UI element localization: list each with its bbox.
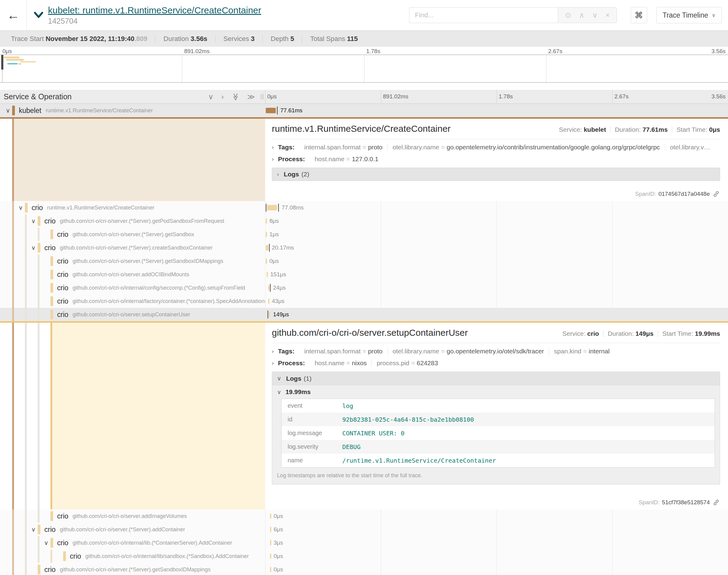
link-icon[interactable] [713,191,720,197]
span-bar[interactable] [267,205,277,210]
span-row-crio-createcontainer[interactable]: ∨ crio runtime.v1.RuntimeService/CreateC… [0,201,728,214]
service-name: crio [44,244,56,252]
span-timeline-cell[interactable]: 151μs [265,268,728,281]
span-bar[interactable] [270,553,271,559]
span-timeline-cell[interactable]: 149μs [265,308,728,321]
tags-row[interactable]: › Tags: internal.span.format=proto otel.… [272,348,720,355]
span-row-addimagevolumes[interactable]: crio github.com/cri-o/cri-o/server.addIm… [0,509,728,523]
tags-row[interactable]: › Tags: internal.span.format=proto otel.… [272,144,720,151]
span-row-addcontainer[interactable]: ∨ crio github.com/cri-o/cri-o/server.(*S… [0,523,728,536]
span-bar[interactable] [270,567,271,572]
process-row[interactable]: › Process: host.name=127.0.0.1 [272,156,720,163]
span-timeline-cell[interactable]: 0μs [265,509,728,523]
service-color-bar [38,216,40,226]
log-entry-expander[interactable]: ∨ 19.99ms [272,385,720,399]
detail-span-title: runtime.v1.RuntimeService/CreateContaine… [272,124,451,134]
span-row-getsandboxidmappings[interactable]: crio github.com/cri-o/cri-o/server.(*Ser… [0,255,728,268]
expand-one-icon[interactable]: › [222,93,224,101]
span-row-createsandboxcontainer[interactable]: ∨ crio github.com/cri-o/cri-o/server.(*S… [0,241,728,255]
span-bar[interactable] [269,312,270,317]
service-color-bar [51,511,53,521]
minimap-span-bar [6,59,24,61]
chevron-down-icon[interactable]: ∨ [29,244,38,251]
span-bar[interactable] [266,258,267,264]
collapse-all-icon[interactable]: ≫ [231,93,240,100]
span-duration: 77.08ms [282,204,304,211]
logs-expander[interactable]: › Logs (2) [272,168,720,181]
process-row[interactable]: › Process: host.name=nixos process.pid=6… [272,360,720,367]
span-tick [270,284,271,292]
span-bar[interactable] [266,245,268,250]
span-row-getsandboxidmappings-2[interactable]: crio github.com/cri-o/cri-o/server.(*Ser… [0,563,728,575]
span-row-specaddannotations[interactable]: crio github.com/cri-o/cri-o/internal/fac… [0,295,728,308]
service-name: crio [70,552,81,561]
column-resizer[interactable] [261,94,263,100]
locate-icon[interactable]: ⊙ [565,11,571,20]
process-tag: process.pid=624283 [372,360,443,367]
span-bar[interactable] [266,218,267,224]
span-bar[interactable] [266,232,267,237]
span-bar[interactable] [268,285,269,291]
span-bar[interactable] [267,272,268,277]
find-input[interactable] [409,7,558,23]
link-icon[interactable] [713,499,720,506]
span-timeline-cell[interactable]: 6μs [265,523,728,536]
chevron-down-icon[interactable]: ∨ [29,217,38,225]
span-bar[interactable] [270,540,271,546]
span-row-seccomp-setupfromfield[interactable]: crio github.com/cri-o/cri-o/internal/con… [0,281,728,295]
span-duration: 20.17ms [272,244,294,251]
trace-minimap[interactable] [0,55,728,82]
span-bar[interactable] [266,108,276,113]
span-timeline-cell[interactable]: 77.08ms [265,201,728,214]
service-name: crio [44,217,56,225]
span-row-addocibindmounts[interactable]: crio github.com/cri-o/cri-o/server.addOC… [0,268,728,281]
span-row-kubelet-createcontainer[interactable]: ∨ kubelet runtime.v1.RuntimeService/Crea… [0,104,728,117]
span-row-lib-addcontainer[interactable]: ∨ crio github.com/cri-o/cri-o/internal/l… [0,536,728,549]
chevron-down-icon[interactable]: ∨ [16,204,25,211]
next-result-icon[interactable]: ∨ [592,11,598,20]
span-timeline-cell[interactable]: 43μs [265,295,728,308]
span-timeline-cell[interactable]: 77.61ms [265,104,728,117]
span-bar[interactable] [268,298,269,304]
span-timeline-cell[interactable]: 0μs [265,255,728,268]
trace-id: 1425704 [48,17,261,26]
span-row-sandbox-addcontainer[interactable]: crio github.com/cri-o/cri-o/internal/lib… [0,549,728,563]
span-timeline-cell[interactable]: 1μs [265,228,728,241]
back-button[interactable]: ← [0,0,27,30]
service-color-bar [63,551,66,561]
span-duration: 1μs [269,231,279,238]
span-row-getpodsandboxfromrequest[interactable]: ∨ crio github.com/cri-o/cri-o/server.(*S… [0,214,728,228]
operation-name: github.com/cri-o/cri-o/internal/lib.(*Co… [73,540,232,546]
prev-result-icon[interactable]: ∧ [579,11,584,20]
service-name: crio [57,311,68,319]
span-timeline-cell[interactable]: 24μs [265,281,728,295]
detail-start-time: Start Time: 0μs [672,126,720,133]
span-timeline-cell[interactable]: 3μs [265,536,728,549]
trace-title-link[interactable]: kubelet: runtime.v1.RuntimeService/Creat… [48,5,261,15]
span-detail-panel-setupcontaineruser: github.com/cri-o/cri-o/server.setupConta… [0,321,728,509]
chevron-down-icon[interactable]: ∨ [4,107,12,114]
collapse-one-icon[interactable]: ∨ [208,93,213,101]
span-bar[interactable] [270,513,271,519]
span-bar[interactable] [270,527,271,532]
span-timeline-cell[interactable]: 0μs [265,563,728,575]
span-timeline-cell[interactable]: 20.17ms [265,241,728,255]
span-timeline-cell[interactable]: 8μs [265,214,728,228]
keyboard-shortcuts-button[interactable]: ⌘ [631,7,647,23]
service-color-bar [51,538,53,548]
chevron-down-icon[interactable]: ∨ [29,526,38,533]
view-selector-button[interactable]: Trace Timeline ∨ [656,7,722,23]
collapse-trace-header-button[interactable] [33,11,44,19]
minimap-gridline [182,55,182,82]
minimap-drag-handle[interactable] [1,55,3,70]
service-color-bar [51,230,53,239]
chevron-down-icon[interactable]: ∨ [42,539,51,546]
operation-name: github.com/cri-o/cri-o/server.(*Server).… [60,245,212,251]
span-row-setupcontaineruser[interactable]: crio github.com/cri-o/cri-o/server.setup… [0,308,728,321]
span-timeline-cell[interactable]: 0μs [265,549,728,563]
expand-all-icon[interactable]: ≫ [247,93,255,101]
logs-expander[interactable]: ∨ Logs (1) [272,372,720,385]
span-row-getsandbox[interactable]: crio github.com/cri-o/cri-o/server.(*Ser… [0,228,728,241]
trace-total-spans: Total Spans 115 [302,35,366,43]
clear-search-icon[interactable]: × [606,11,610,20]
